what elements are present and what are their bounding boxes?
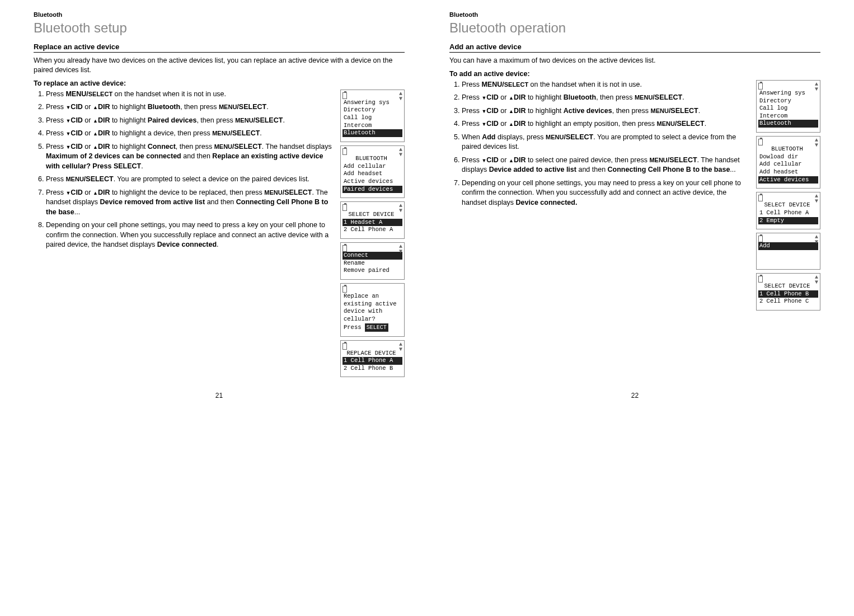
battery-icon: [342, 245, 347, 252]
step-3: Press CID or DIR to highlight Paired dev…: [46, 116, 334, 126]
step-2: Press CID or DIR to highlight Bluetooth,…: [462, 93, 749, 103]
screen-column: ▲▼ Answering sys Directory Call log Inte…: [756, 80, 820, 311]
page-number: 22: [631, 392, 639, 399]
screen-column: ▲▼ Answering sys Directory Call log Inte…: [340, 90, 405, 378]
intro-text: You can have a maximum of two devices on…: [449, 56, 820, 65]
page-title: Bluetooth operation: [449, 20, 820, 36]
step-7: Depending on your cell phone settings, y…: [462, 178, 749, 208]
lcd-screen: ▲▼ REPLACE DEVICE 1 Cell Phone A 2 Cell …: [340, 340, 405, 378]
subheading: Add an active device: [449, 43, 820, 53]
battery-icon: [758, 83, 763, 90]
step-8: Depending on your cell phone settings, y…: [46, 220, 334, 250]
header-small: Bluetooth: [449, 11, 820, 18]
step-1: Press MENU/SELECT on the handset when it…: [46, 90, 334, 100]
battery-icon: [758, 236, 763, 242]
updown-icon: ▲▼: [399, 244, 402, 254]
battery-icon: [342, 286, 347, 293]
right-page: Bluetooth Bluetooth operation Add an act…: [449, 11, 820, 377]
battery-icon: [342, 92, 347, 99]
procedure-heading: To replace an active device:: [34, 79, 405, 87]
step-7: Press CID or DIR to highlight the device…: [46, 188, 334, 218]
updown-icon: ▲▼: [399, 342, 402, 352]
lcd-screen: ▲▼ Connect Rename Remove paired: [340, 242, 405, 280]
step-4: Press CID or DIR to highlight an empty p…: [462, 119, 749, 129]
step-3: Press CID or DIR to highlight Active dev…: [462, 106, 749, 116]
updown-icon: ▲▼: [815, 234, 818, 244]
updown-icon: ▲▼: [815, 138, 818, 148]
left-page: Bluetooth Bluetooth setup Replace an act…: [34, 11, 405, 377]
step-4: Press CID or DIR to highlight a device, …: [46, 129, 334, 139]
lcd-screen: ▲▼ SELECT DEVICE 1 Headset A 2 Cell Phon…: [340, 201, 405, 239]
battery-icon: [342, 148, 347, 155]
intro-text: When you already have two devices on the…: [34, 56, 405, 75]
page-title: Bluetooth setup: [34, 20, 405, 36]
lcd-screen: ▲▼ Add: [756, 233, 820, 270]
lcd-screen: Replace an existing active device with c…: [340, 283, 405, 337]
lcd-screen: ▲▼ BLUETOOTH Add cellular Add headset Ac…: [340, 145, 405, 198]
updown-icon: ▲▼: [815, 82, 818, 92]
step-6: Press MENU/SELECT. You are prompted to s…: [46, 175, 334, 185]
steps-list: Press MENU/SELECT on the handset when it…: [449, 80, 749, 208]
battery-icon: [758, 195, 763, 201]
step-6: Press CID or DIR to select one paired de…: [462, 156, 749, 175]
battery-icon: [758, 139, 763, 145]
step-2: Press CID or DIR to highlight Bluetooth,…: [46, 102, 334, 112]
procedure-heading: To add an active device:: [449, 70, 820, 78]
header-small: Bluetooth: [34, 11, 405, 18]
lcd-screen: ▲▼ BLUETOOTH Dowload dir Add cellular Ad…: [756, 136, 820, 189]
step-5: When Add displays, press MENU/SELECT. Yo…: [462, 133, 749, 152]
subheading: Replace an active device: [34, 43, 405, 53]
updown-icon: ▲▼: [399, 147, 402, 157]
lcd-screen: ▲▼ SELECT DEVICE 1 Cell Phone A 2 Empty: [756, 192, 820, 229]
step-5: Press CID or DIR to highlight Connect, t…: [46, 142, 334, 172]
updown-icon: ▲▼: [815, 275, 818, 285]
battery-icon: [342, 204, 347, 211]
battery-icon: [758, 276, 763, 283]
updown-icon: ▲▼: [399, 203, 402, 213]
page-number: 21: [215, 392, 223, 399]
lcd-screen: ▲▼ Answering sys Directory Call log Inte…: [340, 90, 405, 142]
updown-icon: ▲▼: [815, 194, 818, 204]
step-1: Press MENU/SELECT on the handset when it…: [462, 80, 749, 90]
lcd-screen: ▲▼ Answering sys Directory Call log Inte…: [756, 80, 820, 133]
battery-icon: [342, 343, 347, 350]
lcd-screen: ▲▼ SELECT DEVICE 1 Cell Phone B 2 Cell P…: [756, 273, 820, 311]
steps-list: Press MENU/SELECT on the handset when it…: [34, 90, 334, 250]
updown-icon: ▲▼: [399, 91, 402, 101]
